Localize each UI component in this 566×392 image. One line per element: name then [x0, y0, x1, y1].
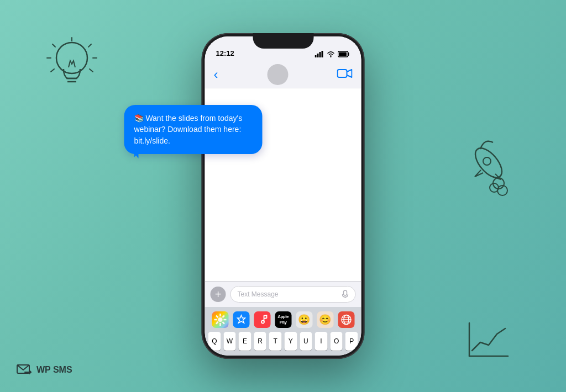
svg-point-39 [261, 321, 264, 324]
status-icons [315, 51, 350, 57]
text-message-input[interactable]: Text Message [230, 286, 356, 303]
key-q[interactable]: Q [208, 332, 221, 351]
key-w[interactable]: W [223, 332, 236, 351]
battery-icon [338, 51, 350, 57]
signal-icon [315, 51, 324, 57]
key-r[interactable]: R [254, 332, 266, 351]
key-t[interactable]: T [269, 332, 282, 351]
svg-point-10 [470, 144, 507, 182]
svg-point-38 [213, 312, 227, 327]
message-text: 📚 Want the slides from today's webinar? … [134, 114, 243, 145]
key-e[interactable]: E [239, 332, 251, 351]
globe-icon[interactable] [338, 311, 354, 328]
video-call-button[interactable] [337, 68, 353, 81]
mic-icon [342, 290, 349, 299]
globe-svg [340, 314, 352, 325]
wp-sms-logo: WP SMS [17, 364, 72, 375]
back-button[interactable]: ‹ [214, 67, 218, 82]
svg-line-4 [53, 44, 55, 47]
phone-mockup: 📚 Want the slides from today's webinar? … [202, 33, 365, 359]
contact-avatar [267, 64, 288, 85]
phone-notch [253, 33, 313, 49]
svg-rect-20 [317, 54, 319, 57]
keyboard-row-1: Q W E R T Y U I O P [205, 330, 361, 352]
phone-shell: 12:12 [202, 33, 365, 359]
plus-button[interactable]: + [211, 287, 226, 302]
video-icon [337, 68, 353, 79]
chart-decoration [467, 320, 511, 359]
svg-point-11 [483, 157, 491, 165]
svg-point-12 [493, 178, 504, 189]
lightbulb-decoration [44, 33, 99, 99]
key-o[interactable]: O [330, 332, 343, 351]
svg-rect-19 [315, 55, 317, 57]
svg-point-14 [497, 186, 507, 195]
music-note-svg [256, 314, 268, 325]
key-u[interactable]: U [300, 332, 312, 351]
message-bubble: 📚 Want the slides from today's webinar? … [124, 105, 263, 154]
svg-rect-25 [338, 70, 347, 77]
appstore-svg [235, 314, 247, 325]
header-nav: ‹ [205, 61, 361, 88]
plus-icon: + [215, 289, 222, 300]
svg-point-0 [56, 43, 87, 73]
memoji2-icon[interactable]: 😊 [317, 311, 333, 328]
key-p[interactable]: P [345, 332, 358, 351]
input-area: + Text Message [205, 281, 361, 307]
input-placeholder: Text Message [238, 290, 279, 298]
status-time: 12:12 [216, 49, 234, 57]
svg-rect-26 [344, 290, 347, 295]
photos-icon [213, 312, 227, 327]
rocket-decoration [450, 133, 516, 210]
svg-rect-21 [319, 52, 321, 57]
brand-name: WP SMS [36, 365, 72, 375]
memoji1-icon[interactable]: 😀 [296, 311, 312, 328]
phone-screen: 12:12 [205, 36, 361, 356]
wifi-icon [327, 51, 336, 57]
svg-rect-24 [339, 52, 347, 56]
keyboard: Q W E R T Y U I O P [205, 330, 361, 356]
keyboard-app-row: ApplePay 😀 😊 [205, 307, 361, 330]
svg-line-9 [90, 69, 93, 72]
applepay-icon[interactable]: ApplePay [275, 311, 291, 328]
key-y[interactable]: Y [285, 332, 297, 351]
svg-line-5 [88, 44, 91, 47]
svg-rect-22 [322, 51, 323, 57]
key-i[interactable]: I [315, 332, 328, 351]
music-icon[interactable] [254, 311, 270, 328]
svg-line-8 [51, 69, 54, 72]
wp-sms-icon [17, 364, 32, 375]
appstore-icon[interactable] [233, 311, 249, 328]
photos-app-icon[interactable] [212, 311, 228, 328]
svg-point-13 [490, 183, 499, 192]
